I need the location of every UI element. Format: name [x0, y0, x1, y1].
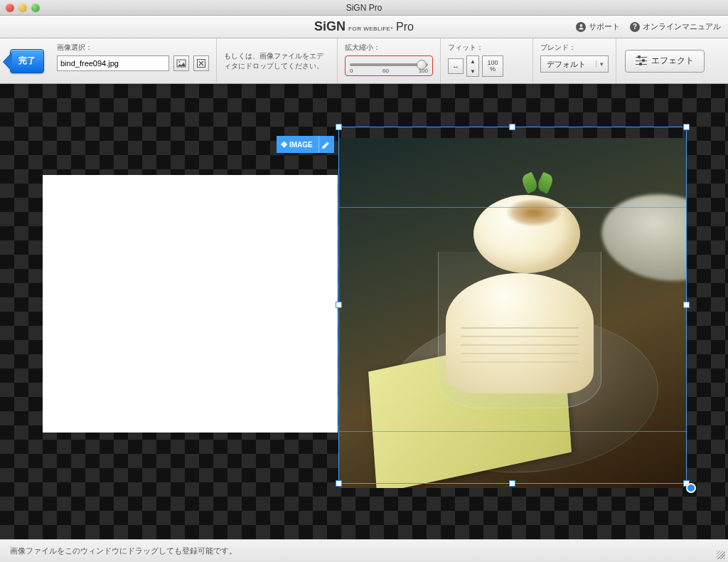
zoom-slider[interactable]: 0 60 100	[345, 55, 433, 76]
app-header: SiGN FOR WEBLiFE* Pro サポート ? オンラインマニュアル	[0, 16, 728, 38]
artboard[interactable]	[43, 175, 338, 433]
manual-link[interactable]: ? オンラインマニュアル	[630, 21, 721, 32]
image-select-label: 画像選択：	[57, 43, 209, 53]
blend-label: ブレンド：	[540, 43, 609, 53]
brand-sub: FOR WEBLiFE*	[348, 26, 393, 32]
toolbar: 完了 画像選択： もしくは、画像ファイルをエディタにドロップしてください。 拡大…	[0, 38, 728, 84]
drop-hint: もしくは、画像ファイルをエディタにドロップしてください。	[217, 38, 338, 83]
user-icon	[576, 22, 586, 32]
zoom-icon[interactable]	[31, 4, 40, 12]
resize-grip-icon[interactable]	[717, 551, 725, 559]
done-label: 完了	[18, 55, 36, 67]
effect-button[interactable]: エフェクト	[625, 50, 705, 73]
minimize-icon[interactable]	[18, 4, 27, 12]
blend-value: デフォルト	[547, 59, 586, 70]
effect-label: エフェクト	[651, 55, 694, 67]
svg-point-2	[179, 61, 181, 63]
titlebar: SiGN Pro	[0, 0, 728, 16]
svg-point-0	[579, 24, 582, 27]
browse-image-button[interactable]	[173, 55, 189, 71]
zoom-label: 拡大縮小：	[345, 43, 433, 53]
zoom-min: 0	[350, 68, 353, 74]
sliders-icon	[636, 56, 647, 66]
blend-dropdown[interactable]: デフォルト	[540, 55, 609, 73]
support-link[interactable]: サポート	[576, 21, 620, 32]
support-label: サポート	[589, 21, 620, 32]
fit-100-button[interactable]: 100 %	[482, 55, 503, 77]
zoom-mid: 60	[382, 68, 389, 74]
help-icon: ?	[630, 22, 640, 32]
filename-input[interactable]	[57, 55, 169, 71]
close-icon[interactable]	[6, 4, 14, 12]
footer-hint: 画像ファイルをこのウィンドウにドラッグしても登録可能です。	[10, 546, 237, 556]
footer: 画像ファイルをこのウィンドウにドラッグしても登録可能です。	[0, 539, 728, 562]
canvas[interactable]: ✥ IMAGE	[0, 84, 728, 539]
placed-image[interactable]	[338, 138, 687, 488]
fit-vertical-button[interactable]: ▲▼	[466, 55, 479, 77]
clear-image-button[interactable]	[193, 55, 209, 71]
fit-label: フィット：	[448, 43, 525, 53]
brand-suffix: Pro	[396, 21, 414, 33]
done-button[interactable]: 完了	[10, 49, 44, 73]
traffic-lights	[6, 4, 40, 12]
window-title: SiGN Pro	[346, 3, 382, 13]
brand-name: SiGN	[314, 19, 346, 34]
pct-unit: %	[490, 66, 496, 73]
zoom-thumb[interactable]	[417, 60, 427, 70]
manual-label: オンラインマニュアル	[643, 21, 721, 32]
fit-horizontal-button[interactable]: ↔	[448, 58, 464, 74]
brand-logo: SiGN FOR WEBLiFE* Pro	[314, 19, 414, 34]
